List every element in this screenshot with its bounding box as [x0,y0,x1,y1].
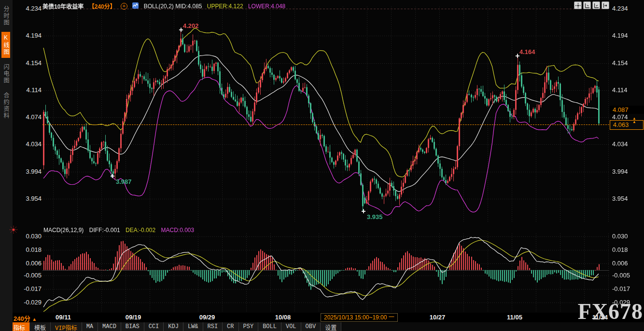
toolbar-item-BIAS[interactable]: BIAS [121,322,144,331]
crosshair-pan-icon[interactable] [574,1,582,9]
last-price-label: 4.087 [610,106,644,114]
macd-tick-left: 0.030 [19,233,42,240]
toolbar-item-VIP指标[interactable]: VIP指标 [50,322,82,331]
scale-axis-left-icon[interactable] [583,1,591,9]
boll-lower-readout: LOWER:4.048 [248,3,285,10]
macd-tick-right: 0.030 [612,233,641,240]
sidebar-tab-K线图[interactable]: K线图 [1,32,10,58]
date-label-11/05: 11/05 [507,314,522,321]
toolbar-item-KDJ[interactable]: KDJ [163,322,183,331]
price-tick-left: 4.034 [19,140,42,148]
symbol-name: 美债10年收益率 [42,3,84,10]
double-up-arrow-icon[interactable]: ▲▲ [632,117,636,124]
price-tick-right: 4.194 [612,32,641,39]
boll-upper-readout: UPPER:4.122 [207,3,243,10]
price-tick-left: 3.954 [19,195,42,202]
macd-dea-readout: DEA:-0.002 [126,227,155,234]
shift-right-icon[interactable] [602,1,609,9]
price-tick-right: 4.154 [612,59,641,67]
date-label-09/29: 09/29 [199,314,215,321]
price-tick-left: 4.154 [19,59,42,67]
price-tick-left: 4.074 [19,113,42,121]
price-tick-right: 3.954 [612,195,641,202]
current-price-box[interactable]: 4.063 [610,120,644,130]
macd-chart-canvas[interactable] [42,229,609,316]
macd-tick-right: -0.017 [612,285,641,292]
toolbar-item-MA[interactable]: MA [82,322,98,331]
toolbar-item-模板[interactable]: 模板 [29,322,50,331]
chart-tool-icons [574,1,609,9]
toolbar-item-设置[interactable]: 设置 [320,322,341,331]
extreme-cross-marker: + [361,207,365,216]
price-tick-left: 3.994 [19,168,42,175]
toolbar-item-RSI[interactable]: RSI [203,322,223,331]
current-price-dashed-line [42,124,638,125]
price-tick-left: 4.114 [19,86,42,94]
extreme-price-label: 4.164 [519,48,535,55]
macd-bar-readout: MACD:0.003 [161,227,194,234]
price-tick-right: 4.114 [612,86,641,94]
macd-name: MACD(26,12,9) [43,227,84,234]
macd-tick-left: 0.018 [19,246,42,253]
price-tick-right: 4.034 [612,140,641,148]
date-label-09/19: 09/19 [126,314,141,321]
sidebar-tab-分时图[interactable]: 分时图 [1,3,10,28]
chart-style-icon[interactable] [132,2,139,10]
macd-diff-readout: DIFF:-0.001 [89,227,120,234]
macd-tick-left: -0.017 [19,285,42,292]
indicator-toolbar: 指标模板VIP指标MAMACDBIASCCIKDJLW&RSICRPSYBOLL… [0,322,644,331]
toolbar-item-LW&[interactable]: LW& [183,322,203,331]
macd-tick-left: 0.006 [19,260,42,267]
time-axis: 240分 ▲ 2025/10/13 15:00~19:00 一 09/1109/… [0,313,644,322]
price-tick-right: 3.994 [612,168,641,175]
period-badge[interactable]: 【240分】 [89,3,116,10]
extreme-price-label: 3.987 [116,178,132,185]
toolbar-item-CCI[interactable]: CCI [144,322,164,331]
macd-header: MACD(26,12,9) DIFF:-0.001 DEA:-0.002 MAC… [43,227,198,234]
chart-title-bar: 美债10年收益率 【240分】 + BOLL(20,2) MID:4.085 U… [42,2,289,10]
macd-tick-left: -0.005 [19,272,42,279]
sidebar-tab-闪电图[interactable]: 闪电图 [1,61,10,86]
price-tick-right: 4.234 [612,5,641,12]
price-tick-right: 4.074 [612,113,641,121]
date-label-10/27: 10/27 [430,314,446,321]
toolbar-item-BOLL[interactable]: BOLL [258,322,281,331]
price-chart-canvas[interactable] [42,0,609,227]
alert-dot-icon[interactable] [10,226,17,235]
extreme-price-label: 4.202 [183,22,199,29]
crosshair-date-box: 2025/10/13 15:00~19:00 一 [321,313,398,322]
chart-type-sidebar: 分时图K线图闪电图合约资料 [0,0,13,331]
macd-tick-right: 0.006 [612,260,641,267]
brand-watermark: FX678 [578,299,643,324]
toolbar-item-OBV[interactable]: OBV [301,322,321,331]
scale-axis-right-icon[interactable] [592,1,600,9]
sidebar-tab-合约资料[interactable]: 合约资料 [1,90,10,122]
macd-tick-right: 0.018 [612,246,641,253]
price-tick-left: 4.194 [19,32,42,39]
toolbar-item-MACD[interactable]: MACD [98,322,121,331]
date-label-10/08: 10/08 [275,314,291,321]
toolbar-item-VOL[interactable]: VOL [281,322,301,331]
extreme-cross-marker: + [110,172,114,180]
trading-app-window: 分时图K线图闪电图合约资料 美债10年收益率 【240分】 + BOLL(20,… [0,0,644,331]
period-selector[interactable]: 240分 ▲ [14,314,37,323]
add-indicator-icon[interactable]: + [121,3,127,10]
date-label-09/11: 09/11 [56,314,71,321]
macd-tick-right: -0.005 [612,272,641,279]
boll-mid-readout: BOLL(20,2) MID:4.085 [144,3,202,10]
toolbar-item-CR[interactable]: CR [222,322,238,331]
extreme-price-label: 3.935 [367,213,383,221]
price-tick-left: 4.234 [19,5,42,12]
macd-tick-left: -0.029 [19,299,42,306]
toolbar-item-PSY[interactable]: PSY [238,322,258,331]
